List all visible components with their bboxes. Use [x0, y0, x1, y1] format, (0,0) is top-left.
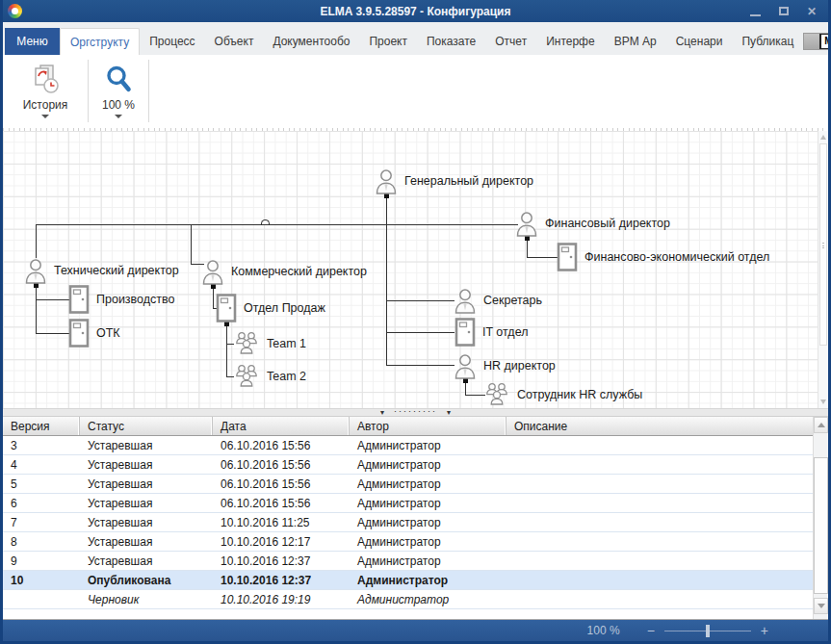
tab-1-Процесс[interactable]: Процесс	[140, 28, 204, 55]
org-node[interactable]: Производство	[68, 286, 175, 313]
table-row-version-5[interactable]: 5Устаревшая06.10.2016 15:56Администратор	[3, 475, 813, 494]
connector-line	[386, 197, 387, 366]
table-scrollbar-thumb[interactable]	[814, 457, 828, 594]
splitter-collapse-down-icon[interactable]: ▾	[447, 409, 451, 417]
org-node-label: Коммерческий директор	[231, 265, 367, 278]
org-node[interactable]: Team 2	[233, 363, 306, 390]
tab-10-Публикац[interactable]: Публикац	[732, 28, 803, 55]
table-row-version-draft[interactable]: Черновик10.10.2016 19:19Администратор	[3, 590, 813, 609]
org-node[interactable]: IT отдел	[454, 319, 528, 346]
history-dropdown-caret-icon[interactable]	[41, 115, 49, 118]
table-cell: Администратор	[350, 532, 506, 551]
table-cell: Администратор	[350, 571, 506, 589]
max-toggle[interactable]: MAX	[803, 33, 831, 50]
column-header[interactable]: Автор	[350, 417, 506, 435]
table-row-version-8[interactable]: 8Устаревшая10.10.2016 12:17Администратор	[3, 532, 813, 552]
history-button-label: История	[23, 98, 68, 112]
zoom-button-label: 100 %	[102, 98, 135, 112]
table-cell: 10	[3, 571, 80, 589]
department-icon	[68, 319, 90, 348]
org-node[interactable]: HR директор	[454, 352, 556, 379]
org-node[interactable]: Коммерческий директор	[201, 258, 367, 285]
connector-line	[36, 224, 518, 225]
column-header[interactable]: Версия	[3, 417, 80, 435]
person-icon	[375, 168, 398, 194]
org-node[interactable]: Секретарь	[454, 287, 542, 314]
zoom-out-icon[interactable]: −	[647, 624, 655, 637]
org-node[interactable]: Финансовый директор	[515, 210, 670, 237]
table-row-version-4[interactable]: 4Устаревшая06.10.2016 15:56Администратор	[3, 455, 813, 475]
zoom-dropdown-caret-icon[interactable]	[115, 115, 122, 118]
scroll-up-icon[interactable]	[820, 135, 826, 140]
department-icon	[216, 294, 237, 322]
org-node[interactable]: Отдел Продаж	[216, 295, 325, 322]
table-cell	[506, 455, 813, 474]
connector-line	[386, 300, 454, 301]
splitter-bar[interactable]: ▾ ········· ▾	[3, 408, 828, 417]
table-scroll-down-icon[interactable]	[814, 598, 828, 614]
column-header[interactable]: Дата	[213, 417, 350, 435]
maximize-icon[interactable]	[779, 7, 789, 15]
team-group-icon	[233, 331, 260, 356]
org-node-label: Технический директор	[54, 264, 179, 277]
history-button[interactable]: История	[3, 55, 88, 128]
max-toggle-slider	[804, 34, 820, 49]
table-row-version-9[interactable]: 9Устаревшая10.10.2016 12:37Администратор	[3, 552, 813, 571]
column-header[interactable]: Описание	[506, 417, 813, 435]
table-cell: 06.10.2016 15:56	[213, 455, 350, 474]
tab-5-Показате[interactable]: Показате	[417, 28, 485, 55]
tab-7-Интерфе[interactable]: Интерфе	[536, 28, 605, 55]
tab-4-Проект[interactable]: Проект	[359, 28, 417, 55]
table-row-version-6[interactable]: 6Устаревшая06.10.2016 15:56Администратор	[3, 494, 813, 513]
tab-0-Оргструкту[interactable]: Оргструкту	[60, 28, 140, 55]
table-cell	[506, 475, 813, 493]
tab-2-Объект[interactable]: Объект	[205, 28, 264, 55]
table-cell: 10.10.2016 12:37	[213, 571, 350, 589]
table-cell: Администратор	[350, 475, 506, 493]
table-cell: 10.10.2016 12:37	[213, 552, 350, 570]
tab-3-Документообо[interactable]: Документообо	[263, 28, 359, 55]
table-cell: 8	[3, 532, 80, 551]
table-scroll-up-icon[interactable]	[814, 417, 828, 433]
person-icon	[454, 288, 477, 314]
minimize-icon[interactable]	[750, 14, 761, 16]
zoom-button[interactable]: 100 %	[89, 55, 148, 128]
org-node-label: Секретарь	[483, 294, 542, 307]
splitter-collapse-up-icon[interactable]: ▾	[380, 409, 384, 417]
org-node[interactable]: Сотрудник HR службы	[483, 381, 642, 408]
table-row-version-7[interactable]: 7Устаревшая10.10.2016 11:25Администратор	[3, 513, 813, 532]
org-node[interactable]: ОТК	[68, 320, 120, 347]
table-cell: 3	[3, 436, 80, 454]
canvas-scrollbar-thumb[interactable]	[819, 143, 827, 346]
tab-8-BPM Ар[interactable]: BPM Ар	[605, 28, 666, 55]
org-node[interactable]: Финансово-экономический отдел	[557, 244, 769, 270]
department-icon	[68, 285, 90, 314]
app-window: ELMA 3.9.5.28597 - Конфигурация ✕ Меню О…	[0, 0, 831, 644]
table-cell	[506, 571, 813, 589]
team-group-icon	[483, 382, 510, 407]
table-row-version-10[interactable]: 10Опубликована10.10.2016 12:37Администра…	[3, 571, 813, 590]
table-row-version-3[interactable]: 3Устаревшая06.10.2016 15:56Администратор	[3, 436, 813, 455]
table-cell: Устаревшая	[80, 436, 213, 454]
scroll-down-icon[interactable]	[820, 399, 826, 404]
tab-9-Сценари[interactable]: Сценари	[666, 28, 733, 55]
table-cell	[506, 552, 813, 570]
zoom-in-icon[interactable]: +	[761, 624, 768, 637]
table-cell	[3, 590, 80, 608]
ribbon-tab-row: Меню ОргструктуПроцессОбъектДокументообо…	[3, 22, 828, 55]
splitter-grip-icon: ·········	[394, 407, 437, 415]
table-cell: Устаревшая	[80, 475, 213, 493]
org-canvas[interactable]: Генеральный директорФинансовый директорФ…	[3, 131, 828, 408]
zoom-slider-handle[interactable]	[706, 625, 710, 637]
table-cell: Устаревшая	[80, 513, 213, 531]
close-icon[interactable]: ✕	[807, 6, 817, 17]
column-header[interactable]: Статус	[80, 417, 213, 435]
org-node[interactable]: Генеральный директор	[375, 167, 533, 194]
canvas-scrollbar[interactable]	[818, 131, 828, 408]
menu-button[interactable]: Меню	[5, 28, 60, 55]
table-scrollbar[interactable]	[813, 417, 828, 619]
org-node[interactable]: Team 1	[233, 330, 306, 357]
tab-6-Отчет[interactable]: Отчет	[485, 28, 536, 55]
org-node[interactable]: Технический директор	[24, 257, 179, 284]
zoom-slider-track[interactable]	[664, 631, 751, 631]
